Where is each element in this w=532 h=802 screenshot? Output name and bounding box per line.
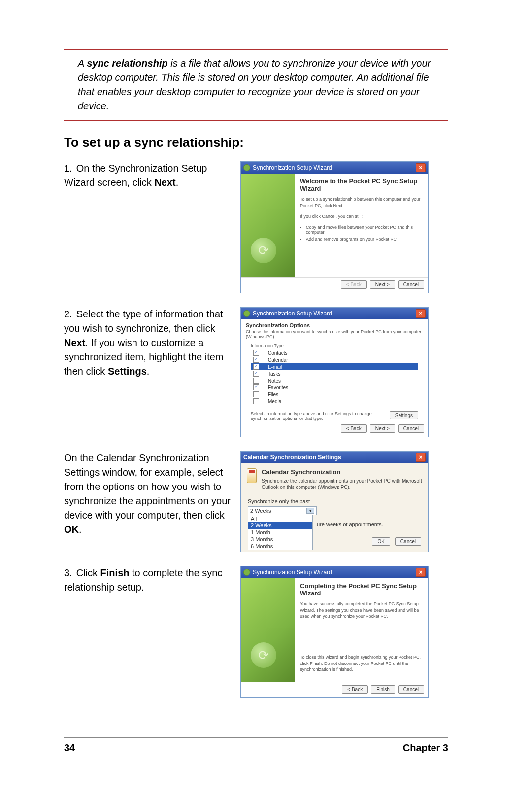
finish-button[interactable]: Finish xyxy=(371,685,395,694)
wizard-bullet: Copy and move files between your Pocket … xyxy=(306,225,423,235)
back-button[interactable]: < Back xyxy=(341,424,367,433)
checkbox-icon[interactable]: ✓ xyxy=(253,384,259,390)
wizard-heading: Completing the Pocket PC Sync Setup Wiza… xyxy=(300,582,423,597)
dropdown-option[interactable]: 2 Weeks xyxy=(248,522,312,529)
list-item[interactable]: ✓Calendar xyxy=(251,356,418,363)
wizard-text-2: To close this wizard and begin synchroni… xyxy=(300,654,423,673)
note-a: A xyxy=(78,58,87,69)
step-2-text: 2.Select the type of information that yo… xyxy=(64,307,232,379)
close-icon[interactable]: × xyxy=(416,309,426,318)
cancel-button[interactable]: Cancel xyxy=(398,685,424,694)
close-icon[interactable]: × xyxy=(416,568,426,577)
page-footer: 34 Chapter 3 xyxy=(64,742,448,754)
wizard-sidebar-graphic: ⟳ xyxy=(241,578,295,682)
info-type-list[interactable]: ✓Contacts✓Calendar✓E-mail✓TasksNotes✓Fav… xyxy=(251,349,418,405)
list-item-label: E-mail xyxy=(268,364,282,370)
wizard-options-window: Synchronization Setup Wizard × Synchroni… xyxy=(240,307,429,437)
wizard-bullet-list: Copy and move files between your Pocket … xyxy=(306,225,423,242)
list-item[interactable]: Files xyxy=(251,391,418,398)
titlebar: Synchronization Setup Wizard × xyxy=(241,162,428,174)
sync-icon xyxy=(243,164,250,171)
calendar-section-desc: Synchronize the calendar appointments on… xyxy=(262,478,422,490)
wizard-text-1: You have successfully completed the Pock… xyxy=(300,601,423,620)
page-number: 34 xyxy=(64,742,75,754)
list-item-label: Notes xyxy=(268,378,281,384)
wizard-sidebar-graphic: ⟳ xyxy=(241,174,295,277)
options-subtitle: Choose the information you want to synch… xyxy=(246,329,423,339)
window-title: Synchronization Setup Wizard xyxy=(253,569,332,576)
wizard-bullet: Add and remove programs on your Pocket P… xyxy=(306,237,423,242)
future-text: ure weeks of appointments. xyxy=(317,522,421,527)
list-item[interactable]: ✓Contacts xyxy=(251,349,418,356)
close-icon[interactable]: × xyxy=(416,453,426,462)
list-item-label: Media xyxy=(268,399,281,404)
list-item-label: Contacts xyxy=(268,350,287,356)
titlebar: Calendar Synchronization Settings × xyxy=(241,452,428,463)
wizard-welcome-window: Synchronization Setup Wizard × ⟳ Welcome… xyxy=(240,161,429,293)
wizard-text-1: To set up a sync relationship between th… xyxy=(300,196,423,209)
wizard-finish-window: Synchronization Setup Wizard × ⟳ Complet… xyxy=(240,566,429,698)
list-item[interactable]: Notes xyxy=(251,377,418,384)
list-item-label: Files xyxy=(268,392,278,397)
checkbox-icon[interactable]: ✓ xyxy=(253,350,259,356)
next-button[interactable]: Next > xyxy=(370,424,395,433)
cancel-button[interactable]: Cancel xyxy=(398,280,424,289)
checkbox-icon[interactable]: ✓ xyxy=(253,364,259,370)
options-hint: Select an information type above and cli… xyxy=(251,411,390,421)
chevron-down-icon[interactable]: ▾ xyxy=(306,508,314,514)
list-item[interactable]: ✓E-mail xyxy=(251,363,418,370)
back-button[interactable]: < Back xyxy=(342,685,368,694)
titlebar: Synchronization Setup Wizard × xyxy=(241,308,428,319)
calendar-icon xyxy=(247,468,257,483)
list-item[interactable]: ✓Favorites xyxy=(251,384,418,391)
sync-icon xyxy=(243,310,250,317)
chapter-label: Chapter 3 xyxy=(403,742,448,754)
wizard-heading: Welcome to the Pocket PC Sync Setup Wiza… xyxy=(300,177,423,192)
settings-button[interactable]: Settings xyxy=(390,411,418,419)
list-item-label: Favorites xyxy=(268,385,288,390)
note-text: A sync relationship is a file that allow… xyxy=(64,56,448,113)
list-header: Information Type xyxy=(251,343,418,348)
cancel-button[interactable]: Cancel xyxy=(395,537,421,546)
options-title: Synchronization Options xyxy=(246,322,310,328)
next-button[interactable]: Next > xyxy=(370,280,395,289)
titlebar: Synchronization Setup Wizard × xyxy=(241,566,428,578)
checkbox-icon[interactable] xyxy=(253,391,259,397)
list-item[interactable]: Media xyxy=(251,398,418,405)
note-bold-term: sync relationship xyxy=(87,58,168,69)
ok-button[interactable]: OK xyxy=(372,537,390,546)
info-note: A sync relationship is a file that allow… xyxy=(64,49,448,121)
combo-value: 2 Weeks xyxy=(250,508,271,514)
checkbox-icon[interactable]: ✓ xyxy=(253,357,259,363)
list-item-label: Calendar xyxy=(268,357,288,363)
close-icon[interactable]: × xyxy=(416,163,426,172)
dropdown-option[interactable]: All xyxy=(248,515,312,522)
list-item[interactable]: ✓Tasks xyxy=(251,370,418,377)
back-button: < Back xyxy=(341,280,367,289)
footer-divider xyxy=(64,737,448,738)
sync-icon xyxy=(243,569,250,576)
step-2b-text: On the Calendar Synchronization Settings… xyxy=(64,451,232,537)
window-title: Calendar Synchronization Settings xyxy=(243,454,341,461)
step-1-text: 1.On the Synchronization Setup Wizard sc… xyxy=(64,161,232,190)
calendar-section-title: Calendar Synchronization xyxy=(262,468,340,476)
window-title: Synchronization Setup Wizard xyxy=(253,310,332,317)
step-3-text: 3.Click Finish to complete the sync rela… xyxy=(64,566,232,594)
calendar-settings-window: Calendar Synchronization Settings × Cale… xyxy=(240,451,429,552)
past-range-combo[interactable]: 2 Weeks ▾ xyxy=(248,506,317,515)
list-item-label: Tasks xyxy=(268,371,281,377)
past-label: Synchronize only the past xyxy=(248,498,421,504)
wizard-text-2: If you click Cancel, you can still: xyxy=(300,213,423,220)
checkbox-icon[interactable] xyxy=(253,398,259,404)
checkbox-icon[interactable] xyxy=(253,378,259,384)
checkbox-icon[interactable]: ✓ xyxy=(253,371,259,377)
cancel-button[interactable]: Cancel xyxy=(398,424,424,433)
window-title: Synchronization Setup Wizard xyxy=(253,164,332,171)
section-heading: To set up a sync relationship: xyxy=(64,135,448,150)
